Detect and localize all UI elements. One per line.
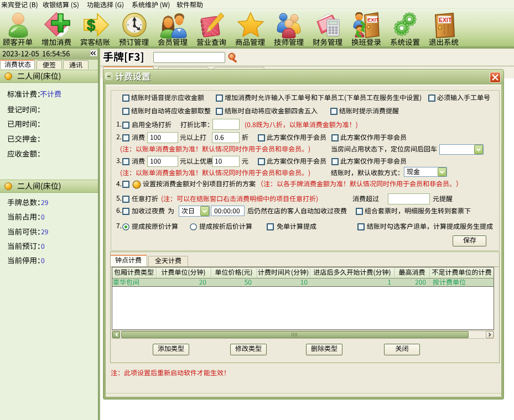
svg-text:EXIT: EXIT [367,17,379,23]
svg-text:EXIT: EXIT [439,17,452,23]
svg-text:$: $ [87,17,95,34]
